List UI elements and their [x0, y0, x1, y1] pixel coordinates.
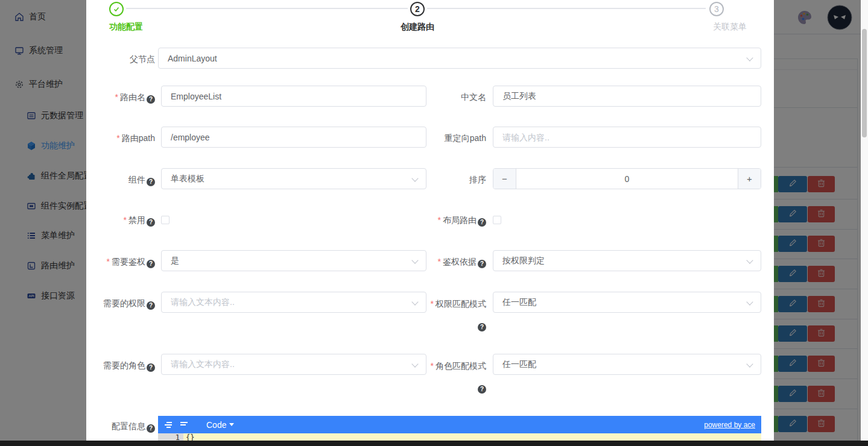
- required-roles-select[interactable]: 请输入文本内容..: [161, 354, 426, 375]
- scrollbar-thumb[interactable]: [862, 29, 867, 137]
- step-3-label: 关联菜单: [694, 22, 766, 33]
- required-perms-label: 需要的权限?: [86, 297, 155, 310]
- sort-increase-button[interactable]: +: [738, 169, 761, 189]
- help-icon[interactable]: ?: [147, 95, 155, 104]
- redirect-path-label: 重定向path: [421, 132, 486, 144]
- bottom-strip: [0, 441, 868, 446]
- chinese-name-label: 中文名: [421, 91, 486, 103]
- config-info-label: 配置信息?: [86, 420, 155, 433]
- chevron-down-icon: [411, 257, 418, 263]
- help-icon[interactable]: ?: [478, 385, 486, 394]
- layout-route-label: *布局路由?: [421, 214, 486, 227]
- perm-match-mode-label: *权限匹配模式?: [421, 294, 486, 336]
- need-auth-select[interactable]: 是: [161, 250, 426, 271]
- help-icon[interactable]: ?: [478, 323, 486, 331]
- sort-value[interactable]: 0: [516, 169, 738, 189]
- help-icon[interactable]: ?: [478, 218, 486, 227]
- chevron-down-icon: [746, 298, 753, 305]
- step-3-indicator: 3: [709, 2, 724, 16]
- editor-mode-dropdown[interactable]: Code: [206, 420, 234, 430]
- config-json-editor: Code powered by ace 1 {}: [158, 416, 761, 441]
- component-select[interactable]: 单表模板: [161, 168, 426, 189]
- editor-line-number: 1: [158, 433, 183, 441]
- route-name-input[interactable]: [161, 86, 426, 107]
- editor-code-area[interactable]: 1 {}: [158, 433, 761, 441]
- parent-node-select[interactable]: AdminLayout: [158, 48, 761, 69]
- page-scrollbar[interactable]: [861, 0, 868, 446]
- help-icon[interactable]: ?: [147, 260, 155, 268]
- editor-content[interactable]: {}: [183, 433, 761, 441]
- help-icon[interactable]: ?: [147, 301, 155, 310]
- redirect-path-input[interactable]: [493, 127, 761, 148]
- disabled-checkbox[interactable]: [161, 216, 169, 224]
- step-1-indicator: [109, 2, 124, 16]
- chevron-down-icon: [746, 257, 753, 263]
- sort-stepper: − 0 +: [493, 168, 761, 189]
- create-route-dialog: 2 3 功能配置 创建路由 关联菜单 父节点 AdminLayout *路由名?…: [86, 0, 774, 441]
- layout-route-checkbox[interactable]: [493, 216, 501, 224]
- editor-toolbar: Code powered by ace: [158, 416, 761, 433]
- step-2-label: 创建路由: [381, 22, 454, 33]
- parent-node-label: 父节点: [86, 53, 155, 65]
- chinese-name-input[interactable]: [493, 86, 761, 107]
- auth-basis-label: *鉴权依据?: [421, 256, 486, 268]
- route-path-input[interactable]: [161, 127, 426, 148]
- role-match-mode-select[interactable]: 任一匹配: [493, 354, 761, 375]
- chevron-down-icon: [746, 360, 753, 367]
- sort-decrease-button[interactable]: −: [493, 169, 516, 189]
- chevron-down-icon: [411, 175, 418, 181]
- disabled-label: *禁用?: [86, 214, 155, 227]
- chevron-down-icon: [746, 54, 753, 61]
- role-match-mode-label: *角色匹配模式?: [421, 356, 486, 398]
- help-icon[interactable]: ?: [147, 178, 155, 186]
- screen: 首页 系统管理 平台维护 元数据管理 功能维护 组件全局配置 组件实例配置 菜: [0, 0, 868, 446]
- chevron-down-icon: [411, 360, 418, 367]
- format-json-icon[interactable]: [164, 420, 174, 430]
- step-1-label: 功能配置: [109, 22, 143, 33]
- check-icon: [113, 5, 120, 13]
- required-roles-label: 需要的角色?: [86, 359, 155, 372]
- help-icon[interactable]: ?: [147, 363, 155, 372]
- compact-json-icon[interactable]: [180, 420, 189, 430]
- perm-match-mode-select[interactable]: 任一匹配: [493, 292, 761, 313]
- step-connector: [126, 8, 408, 9]
- help-icon[interactable]: ?: [478, 260, 486, 268]
- route-path-label: *路由path: [86, 132, 155, 144]
- need-auth-label: *需要鉴权?: [86, 256, 155, 268]
- sort-label: 排序: [421, 174, 486, 186]
- route-name-label: *路由名?: [86, 91, 155, 104]
- chevron-down-icon: [411, 298, 418, 305]
- powered-by-ace-link[interactable]: powered by ace: [704, 421, 755, 429]
- auth-basis-select[interactable]: 按权限判定: [493, 250, 761, 271]
- caret-down-icon: [229, 423, 234, 426]
- step-connector: [427, 8, 706, 9]
- required-perms-select[interactable]: 请输入文本内容..: [161, 292, 426, 313]
- step-2-indicator: 2: [410, 2, 425, 16]
- component-label: 组件?: [86, 174, 155, 186]
- help-icon[interactable]: ?: [147, 424, 155, 433]
- help-icon[interactable]: ?: [147, 218, 155, 227]
